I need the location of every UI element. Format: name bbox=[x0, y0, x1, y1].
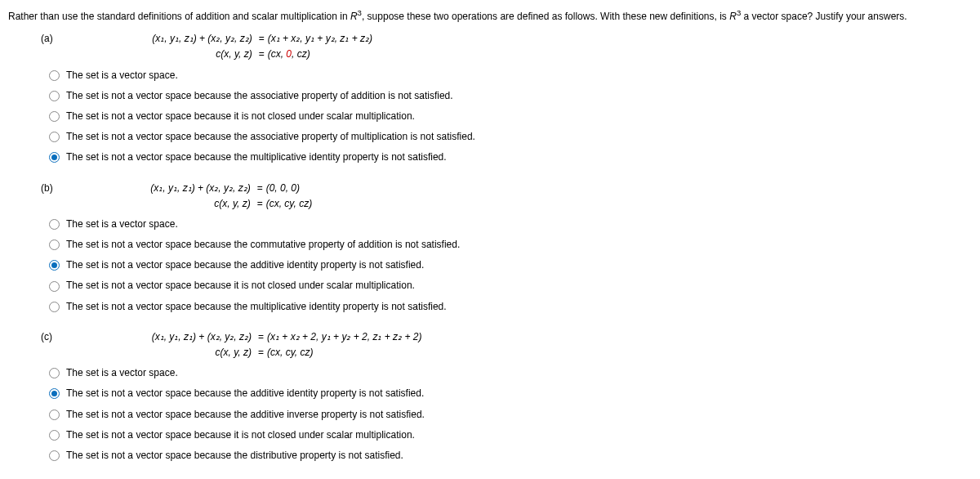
set-symbol: R bbox=[350, 11, 358, 22]
option-label: The set is not a vector space because th… bbox=[66, 257, 424, 273]
equation-addition: (x₁, y₁, z₁) + (x₂, y₂, z₂) = (0, 0, 0) bbox=[60, 181, 312, 196]
equation-addition: (x₁, y₁, z₁) + (x₂, y₂, z₂) = (x₁ + x₂ +… bbox=[59, 329, 421, 345]
option-label: The set is not a vector space because th… bbox=[66, 448, 403, 463]
eq-lhs: (x₁, y₁, z₁) + (x₂, y₂, z₂) bbox=[60, 31, 256, 47]
radio-icon bbox=[49, 219, 60, 230]
radio-icon bbox=[49, 132, 60, 142]
equations: (x₁, y₁, z₁) + (x₂, y₂, z₂) = (x₁ + x₂, … bbox=[60, 31, 372, 62]
option-a1[interactable]: The set is a vector space. bbox=[49, 68, 972, 83]
option-c3[interactable]: The set is not a vector space because th… bbox=[49, 407, 972, 423]
option-label: The set is not a vector space because th… bbox=[66, 407, 425, 423]
part-b: (b) (x₁, y₁, z₁) + (x₂, y₂, z₂) = (0, 0,… bbox=[41, 181, 972, 315]
part-label: (a) bbox=[41, 31, 53, 47]
radio-icon bbox=[49, 388, 60, 399]
equation-scalar: c(x, y, z) = (cx, cy, cz) bbox=[59, 345, 421, 360]
option-label: The set is not a vector space because th… bbox=[66, 150, 447, 165]
part-label: (c) bbox=[41, 329, 52, 345]
intro-text: a vector space? Justify your answers. bbox=[741, 11, 906, 22]
equations: (x₁, y₁, z₁) + (x₂, y₂, z₂) = (x₁ + x₂ +… bbox=[59, 329, 421, 360]
eq-lhs: (x₁, y₁, z₁) + (x₂, y₂, z₂) bbox=[60, 181, 254, 196]
radio-icon bbox=[49, 260, 60, 271]
eq-lhs: (x₁, y₁, z₁) + (x₂, y₂, z₂) bbox=[59, 329, 255, 345]
radio-icon bbox=[49, 281, 60, 292]
part-label: (b) bbox=[41, 181, 53, 196]
option-label: The set is not a vector space because th… bbox=[66, 129, 475, 145]
radio-icon bbox=[49, 368, 60, 378]
part-header: (b) (x₁, y₁, z₁) + (x₂, y₂, z₂) = (0, 0,… bbox=[41, 181, 972, 212]
option-label: The set is not a vector space because it… bbox=[66, 428, 415, 443]
option-c2[interactable]: The set is not a vector space because th… bbox=[49, 386, 972, 401]
part-c: (c) (x₁, y₁, z₁) + (x₂, y₂, z₂) = (x₁ + … bbox=[41, 329, 972, 463]
option-a3[interactable]: The set is not a vector space because it… bbox=[49, 109, 972, 124]
option-b3[interactable]: The set is not a vector space because th… bbox=[49, 257, 972, 273]
eq-lhs: c(x, y, z) bbox=[60, 196, 254, 212]
option-b4[interactable]: The set is not a vector space because it… bbox=[49, 278, 972, 293]
option-a2[interactable]: The set is not a vector space because th… bbox=[49, 88, 972, 104]
eq-rhs: (cx, cy, cz) bbox=[266, 196, 312, 212]
equation-scalar: c(x, y, z) = (cx, cy, cz) bbox=[60, 196, 312, 212]
option-label: The set is not a vector space because th… bbox=[66, 88, 453, 104]
option-a4[interactable]: The set is not a vector space because th… bbox=[49, 129, 972, 145]
radio-icon bbox=[49, 410, 60, 420]
radio-icon bbox=[49, 70, 60, 81]
eq-equals: = bbox=[255, 345, 267, 360]
option-b1[interactable]: The set is a vector space. bbox=[49, 217, 972, 232]
option-c4[interactable]: The set is not a vector space because it… bbox=[49, 428, 972, 443]
option-label: The set is a vector space. bbox=[66, 68, 178, 83]
part-a: (a) (x₁, y₁, z₁) + (x₂, y₂, z₂) = (x₁ + … bbox=[41, 31, 972, 165]
eq-rhs: (x₁ + x₂ + 2, y₁ + y₂ + 2, z₁ + z₂ + 2) bbox=[267, 329, 421, 345]
question-intro: Rather than use the standard definitions… bbox=[8, 7, 972, 25]
eq-equals: = bbox=[256, 31, 268, 47]
option-b2[interactable]: The set is not a vector space because th… bbox=[49, 237, 972, 253]
option-label: The set is not a vector space because th… bbox=[66, 237, 460, 253]
eq-equals: = bbox=[256, 47, 268, 62]
eq-rhs: (0, 0, 0) bbox=[266, 181, 300, 196]
radio-icon bbox=[49, 152, 60, 163]
part-header: (c) (x₁, y₁, z₁) + (x₂, y₂, z₂) = (x₁ + … bbox=[41, 329, 972, 360]
eq-equals: = bbox=[254, 181, 266, 196]
intro-text: Rather than use the standard definitions… bbox=[8, 11, 350, 22]
intro-text: , suppose these two operations are defin… bbox=[362, 11, 729, 22]
part-header: (a) (x₁, y₁, z₁) + (x₂, y₂, z₂) = (x₁ + … bbox=[41, 31, 972, 62]
eq-equals: = bbox=[254, 196, 266, 212]
eq-rhs: (cx, 0, cz) bbox=[268, 47, 310, 62]
option-label: The set is not a vector space because th… bbox=[66, 386, 424, 401]
option-label: The set is a vector space. bbox=[66, 217, 178, 232]
radio-icon bbox=[49, 302, 60, 312]
option-b5[interactable]: The set is not a vector space because th… bbox=[49, 299, 972, 315]
eq-lhs: c(x, y, z) bbox=[60, 47, 256, 62]
option-label: The set is not a vector space because th… bbox=[66, 299, 447, 315]
radio-icon bbox=[49, 239, 60, 250]
option-label: The set is a vector space. bbox=[66, 365, 178, 381]
eq-rhs: (cx, cy, cz) bbox=[267, 345, 313, 360]
option-label: The set is not a vector space because it… bbox=[66, 109, 415, 124]
option-label: The set is not a vector space because it… bbox=[66, 278, 415, 293]
eq-rhs: (x₁ + x₂, y₁ + y₂, z₁ + z₂) bbox=[268, 31, 372, 47]
equations: (x₁, y₁, z₁) + (x₂, y₂, z₂) = (0, 0, 0) … bbox=[60, 181, 312, 212]
eq-equals: = bbox=[255, 329, 267, 345]
radio-icon bbox=[49, 111, 60, 122]
option-a5[interactable]: The set is not a vector space because th… bbox=[49, 150, 972, 165]
equation-addition: (x₁, y₁, z₁) + (x₂, y₂, z₂) = (x₁ + x₂, … bbox=[60, 31, 372, 47]
option-c5[interactable]: The set is not a vector space because th… bbox=[49, 448, 972, 463]
equation-scalar: c(x, y, z) = (cx, 0, cz) bbox=[60, 47, 372, 62]
radio-icon bbox=[49, 430, 60, 441]
eq-lhs: c(x, y, z) bbox=[59, 345, 255, 360]
radio-icon bbox=[49, 450, 60, 461]
option-c1[interactable]: The set is a vector space. bbox=[49, 365, 972, 381]
radio-icon bbox=[49, 91, 60, 101]
set-symbol: R bbox=[729, 11, 737, 22]
